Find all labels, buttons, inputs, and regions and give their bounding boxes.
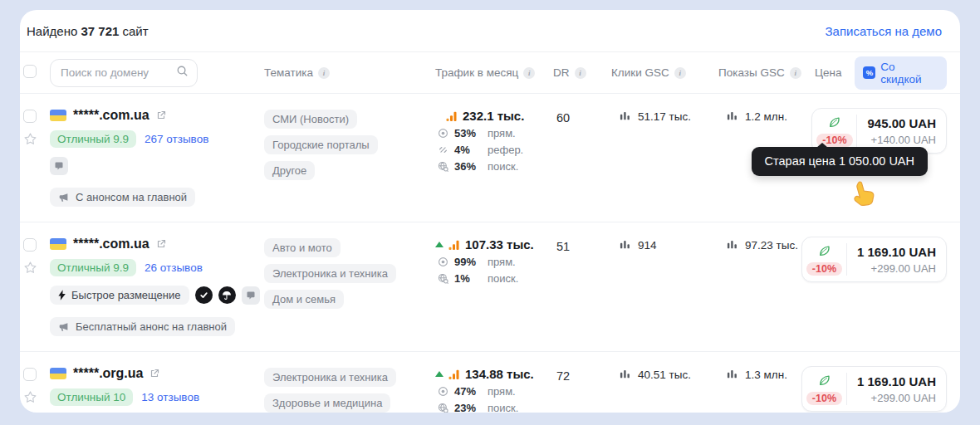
column-header-topics: Тематикаi — [259, 66, 435, 79]
favorite-star-icon[interactable] — [23, 260, 37, 275]
site-cell: *****.org.ua Отличный 10 13 отзывов Быст… — [50, 366, 259, 413]
old-price-tooltip: Старая цена 1 050.00 UAH — [752, 147, 928, 176]
topic-tag: Здоровье и медицина — [264, 393, 390, 413]
traffic-total-value: 232.1 тыс. — [463, 109, 524, 123]
discount-coupon-icon: % — [863, 66, 875, 79]
info-icon[interactable]: i — [523, 67, 535, 79]
price-value: 945.00 UAH — [867, 116, 936, 130]
demo-signup-link[interactable]: Записаться на демо — [826, 24, 942, 38]
site-row: *****.org.ua Отличный 10 13 отзывов Быст… — [20, 352, 960, 413]
gsc-impressions-value: 1.2 млн. — [745, 110, 787, 123]
topic-tag: СМИ (Новости) — [264, 110, 357, 129]
bar-chart-icon — [727, 239, 737, 250]
trend-up-icon — [435, 242, 443, 247]
rating-badge: Отличный 9.9 — [50, 259, 136, 276]
site-cell: *****.com.ua Отличный 9.9 267 отзывов С … — [50, 108, 259, 207]
external-link-icon[interactable] — [156, 110, 166, 120]
search-traffic-icon — [437, 161, 448, 172]
search-traffic-icon — [437, 403, 448, 413]
search-traffic-icon — [437, 273, 448, 284]
referral-traffic-icon — [437, 144, 448, 155]
price-extra-value: +140.00 UAH — [871, 134, 936, 146]
info-icon[interactable]: i — [575, 67, 586, 79]
column-header-dr: DRi — [537, 66, 595, 79]
topics-cell: СМИ (Новости) Городские порталы Другое — [259, 108, 435, 207]
gsc-clicks-cell: 914 — [595, 237, 702, 336]
column-header-clicks: Клики GSCi — [595, 66, 702, 79]
dr-value: 60 — [537, 108, 595, 207]
column-header-traffic: Трафик в месяцi — [435, 66, 537, 79]
domain-link[interactable]: *****.com.ua — [73, 237, 149, 252]
announce-tag: С анонсом на главной — [50, 188, 195, 207]
topic-tag: Дом и семья — [264, 290, 344, 309]
reviews-link[interactable]: 26 отзывов — [145, 261, 203, 274]
lightning-icon — [58, 290, 66, 300]
traffic-bars-icon — [448, 239, 460, 251]
price-value: 1 169.10 UAH — [857, 374, 936, 388]
favorite-star-icon[interactable] — [23, 131, 37, 146]
site-row: *****.com.ua Отличный 9.9 26 отзывов Быс… — [20, 222, 960, 352]
direct-traffic-icon — [437, 386, 448, 397]
gsc-impressions-cell: 1.3 млн. — [702, 366, 815, 413]
domain-search-input[interactable] — [61, 66, 169, 79]
topic-tag: Электроника и техника — [264, 368, 396, 387]
gsc-clicks-value: 40.51 тыс. — [638, 369, 691, 381]
search-icon[interactable] — [176, 65, 189, 81]
reviews-link[interactable]: 13 отзывов — [141, 391, 199, 403]
dr-value: 51 — [537, 237, 595, 336]
discount-filter-toggle[interactable]: % Со скидкой — [855, 56, 947, 90]
domain-link[interactable]: *****.org.ua — [73, 366, 143, 381]
topic-tag: Другое — [264, 161, 315, 180]
direct-traffic-icon — [437, 128, 448, 139]
info-icon[interactable]: i — [674, 67, 686, 79]
row-checkbox[interactable] — [23, 368, 37, 381]
umbrella-icon — [218, 286, 236, 304]
gsc-clicks-cell: 40.51 тыс. — [595, 366, 702, 413]
found-count-text: Найдено 37 721 сайт — [27, 24, 149, 38]
reviews-link[interactable]: 267 отзывов — [145, 133, 208, 145]
topic-tag: Авто и мото — [264, 238, 341, 257]
column-header-price: Цена — [815, 66, 841, 79]
discount-badge: -10% — [806, 392, 842, 405]
row-checkbox[interactable] — [23, 110, 37, 123]
leaf-icon — [817, 374, 831, 388]
price-extra-value: +299.00 UAH — [871, 262, 936, 275]
bar-chart-icon — [727, 369, 737, 379]
results-card: Найдено 37 721 сайт Записаться на демо Т… — [20, 10, 960, 413]
discount-badge: -10% — [806, 262, 842, 276]
found-count-value: 37 721 — [81, 24, 119, 38]
traffic-cell: 107.33 тыс. 99%прям. 1%поиск. — [435, 237, 537, 336]
favorite-star-icon[interactable] — [23, 389, 37, 404]
gsc-clicks-value: 51.17 тыс. — [638, 110, 691, 123]
external-link-icon[interactable] — [149, 369, 159, 379]
quick-placement-tag: Быстрое размещение — [50, 286, 189, 305]
external-link-icon[interactable] — [156, 239, 166, 249]
gsc-clicks-cell: 51.17 тыс. — [595, 108, 702, 207]
gsc-impressions-cell: 97.23 тыс. — [702, 237, 815, 336]
bar-chart-icon — [620, 239, 630, 250]
announce-tag: Бесплатный анонс на главной — [50, 317, 235, 336]
price-card[interactable]: -10% 1 169.10 UAH +299.00 UAH — [801, 237, 947, 282]
verified-check-icon — [195, 286, 213, 304]
select-all-checkbox[interactable] — [23, 65, 37, 78]
price-value: 1 169.10 UAH — [857, 245, 936, 259]
topics-cell: Авто и мото Электроника и техника Дом и … — [259, 237, 435, 336]
site-cell: *****.com.ua Отличный 9.9 26 отзывов Быс… — [50, 237, 259, 336]
row-checkbox[interactable] — [23, 238, 37, 252]
traffic-total-value: 134.88 тыс. — [465, 367, 534, 381]
domain-search-box — [50, 59, 198, 87]
topic-tag: Городские порталы — [264, 135, 378, 154]
ukraine-flag-icon — [50, 238, 66, 250]
price-card[interactable]: -10% 1 169.10 UAH +299.00 UAH — [801, 366, 947, 412]
leaf-icon — [827, 115, 841, 129]
info-icon[interactable]: i — [318, 67, 330, 79]
gsc-impressions-value: 97.23 тыс. — [745, 239, 798, 252]
gsc-clicks-value: 914 — [638, 239, 657, 252]
comments-icon — [242, 286, 260, 305]
gsc-impressions-value: 1.3 млн. — [745, 369, 787, 381]
bar-chart-icon — [727, 110, 737, 121]
domain-link[interactable]: *****.com.ua — [73, 108, 149, 123]
info-icon[interactable]: i — [790, 67, 801, 79]
leaf-icon — [817, 244, 831, 258]
bar-chart-icon — [620, 369, 630, 379]
